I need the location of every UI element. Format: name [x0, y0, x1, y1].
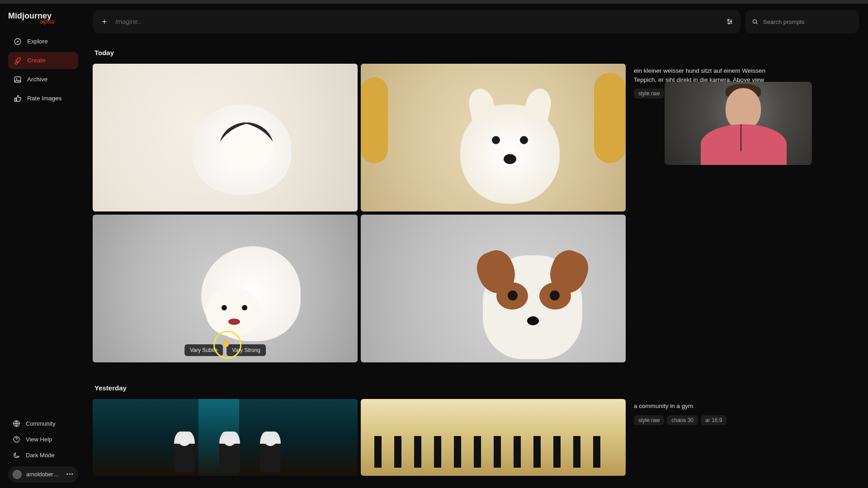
- sidebar: Midjourney alpha Explore Create Archive …: [0, 4, 84, 488]
- settings-button[interactable]: [723, 15, 736, 28]
- vary-controls: Vary Subtle Vary Strong 👆: [184, 344, 266, 356]
- image-icon: [14, 75, 22, 84]
- generated-image[interactable]: [361, 399, 626, 476]
- main: Today: [84, 4, 868, 488]
- nav-label: Rate Images: [27, 95, 62, 102]
- image-content: [93, 399, 358, 476]
- nav-label: View Help: [26, 436, 52, 443]
- prompt-panel: ein kleiner weisser hund sitzt auf einem…: [634, 64, 815, 362]
- search-bar: [745, 10, 859, 33]
- imagine-bar: [93, 10, 741, 33]
- more-icon[interactable]: •••: [66, 471, 74, 478]
- sidebar-item-help[interactable]: View Help: [8, 432, 78, 447]
- moon-icon: [13, 451, 20, 459]
- vary-subtle-button[interactable]: Vary Subtle: [184, 344, 223, 356]
- nav-label: Archive: [27, 76, 47, 83]
- generation-row: a community in a gym style raw chaos 30 …: [93, 399, 855, 476]
- webcam-overlay: [665, 82, 812, 165]
- image-content: [93, 64, 358, 211]
- logo: Midjourney alpha: [8, 12, 78, 20]
- prompt-tags: style raw chaos 30 ar 16:9: [634, 415, 815, 425]
- add-button[interactable]: [97, 14, 112, 29]
- svg-point-10: [753, 19, 756, 23]
- image-grid: Vary Subtle Vary Strong 👆: [93, 64, 626, 362]
- image-content: [361, 64, 626, 211]
- top-bar: [93, 10, 859, 33]
- avatar: [13, 470, 22, 479]
- image-content: [93, 215, 358, 362]
- section-heading-today: Today: [94, 49, 855, 56]
- sidebar-item-rate[interactable]: Rate Images: [8, 90, 78, 107]
- svg-point-7: [728, 19, 729, 21]
- plus-icon: [101, 18, 108, 25]
- nav-label: Community: [26, 420, 56, 427]
- prompt-text[interactable]: a community in a gym: [634, 402, 783, 411]
- image-content: [361, 215, 626, 362]
- image-grid: [93, 399, 626, 476]
- param-tag[interactable]: style raw: [634, 415, 664, 425]
- svg-point-3: [16, 78, 17, 79]
- generated-image[interactable]: [361, 215, 626, 362]
- generated-image[interactable]: [93, 64, 358, 211]
- generation-row: Vary Subtle Vary Strong 👆 ein kleiner we: [93, 64, 855, 362]
- search-input[interactable]: [763, 19, 853, 25]
- username: arnoldober…: [26, 471, 59, 478]
- prompt-panel: a community in a gym style raw chaos 30 …: [634, 399, 815, 476]
- generated-image[interactable]: [361, 64, 626, 211]
- nav-label: Explore: [27, 38, 48, 45]
- user-menu[interactable]: arnoldober… •••: [8, 466, 78, 483]
- vary-strong-button[interactable]: Vary Strong: [226, 344, 265, 356]
- generated-image[interactable]: Vary Subtle Vary Strong 👆: [93, 215, 358, 362]
- compass-icon: [14, 38, 22, 46]
- nav-label: Create: [27, 57, 46, 64]
- globe-icon: [13, 420, 20, 427]
- help-icon: [13, 436, 20, 443]
- search-icon: [751, 18, 759, 25]
- sidebar-item-community[interactable]: Community: [8, 416, 78, 431]
- svg-point-9: [728, 23, 730, 24]
- svg-point-6: [16, 441, 17, 441]
- param-tag[interactable]: ar 16:9: [701, 415, 726, 425]
- sidebar-item-explore[interactable]: Explore: [8, 33, 78, 50]
- generated-image[interactable]: [93, 399, 358, 476]
- svg-point-8: [731, 21, 732, 23]
- primary-nav: Explore Create Archive Rate Images: [8, 33, 78, 107]
- section-heading-yesterday: Yesterday: [94, 384, 855, 392]
- sidebar-bottom: Community View Help Dark Mode arnoldober…: [8, 416, 78, 483]
- param-tag[interactable]: style raw: [634, 89, 664, 99]
- paint-icon: [14, 56, 22, 65]
- sidebar-item-create[interactable]: Create: [8, 52, 78, 69]
- logo-badge: alpha: [40, 19, 54, 25]
- param-tag[interactable]: chaos 30: [667, 415, 698, 425]
- thumbs-up-icon: [14, 94, 22, 103]
- imagine-input[interactable]: [115, 18, 720, 25]
- sliders-icon: [726, 18, 734, 26]
- sidebar-item-archive[interactable]: Archive: [8, 71, 78, 88]
- sidebar-item-dark-mode[interactable]: Dark Mode: [8, 448, 78, 463]
- svg-rect-2: [14, 77, 21, 82]
- feed[interactable]: Today: [93, 44, 859, 488]
- nav-label: Dark Mode: [26, 452, 55, 459]
- image-content: [361, 399, 626, 476]
- svg-marker-1: [17, 41, 19, 43]
